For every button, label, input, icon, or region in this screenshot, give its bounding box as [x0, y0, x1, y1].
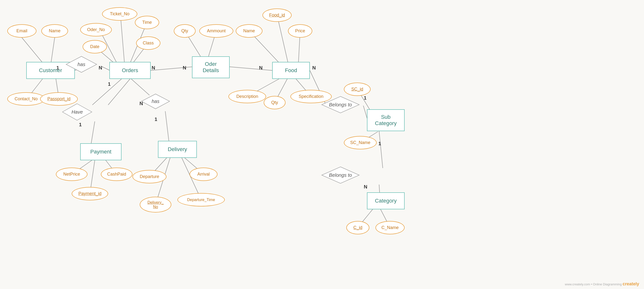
attr-payment-id: Payment_id: [72, 187, 108, 200]
card-1f: 1: [378, 141, 381, 146]
svg-line-23: [92, 79, 122, 105]
attr-time: Time: [135, 16, 159, 29]
svg-line-27: [131, 79, 150, 95]
svg-line-14: [230, 67, 272, 70]
entity-delivery: Delivery: [158, 141, 197, 158]
attr-ticket-no: Ticket_No: [102, 7, 137, 21]
attr-qty-food: Qty: [264, 96, 286, 109]
entity-sub-category: Sub Category: [367, 109, 405, 131]
entity-orders: Orders: [109, 62, 151, 79]
attr-arrival: Arrival: [190, 168, 218, 181]
attr-oder-no: Oder_No: [80, 23, 112, 36]
attr-departure: Departure: [132, 170, 166, 183]
entity-oder-details: Oder Details: [192, 56, 230, 78]
attr-delivery-no: Delivery_ No: [140, 197, 171, 213]
svg-line-28: [165, 111, 169, 141]
svg-line-1: [51, 38, 55, 63]
attr-date: Date: [83, 40, 107, 53]
svg-line-5: [101, 66, 110, 70]
attr-c-id: C_id: [346, 221, 370, 234]
relationship-belongs-to2: Belongs to: [321, 166, 360, 184]
svg-line-15: [277, 15, 288, 63]
attr-ammount: Ammount: [199, 24, 233, 38]
attr-cashpaid: CashPaid: [101, 168, 132, 181]
card-n6: N: [140, 101, 143, 106]
attr-description: Description: [228, 90, 266, 103]
card-n3: N: [183, 65, 186, 71]
card-n2: N: [152, 65, 155, 71]
attr-departure-time: Departure_Time: [178, 193, 225, 206]
attr-email: Email: [7, 24, 36, 38]
card-1d: 1: [79, 122, 82, 127]
entity-food: Food: [272, 62, 310, 79]
relationship-has1: has: [66, 56, 97, 73]
card-n4: N: [259, 65, 262, 71]
svg-line-37: [379, 131, 383, 168]
card-1: 1: [56, 65, 59, 71]
er-diagram: Customer Orders Oder Details Food Paymen…: [0, 0, 644, 289]
attr-food-id: Food_id: [262, 8, 292, 22]
relationship-have: Have: [62, 103, 92, 121]
svg-line-38: [379, 185, 380, 192]
attr-c-name: C_Name: [376, 221, 405, 234]
entity-payment: Payment: [80, 143, 122, 160]
attr-contact-no: Contact_No: [7, 92, 45, 106]
card-1c: 1: [154, 117, 157, 122]
relationship-has2: has: [141, 93, 170, 109]
card-n5: N: [312, 65, 316, 71]
attr-price: Price: [288, 24, 312, 38]
svg-line-22: [91, 121, 95, 144]
svg-line-21: [108, 79, 130, 105]
attr-qty-order: Qty: [174, 24, 196, 38]
card-1e: 1: [364, 95, 366, 101]
entity-category: Category: [367, 192, 405, 209]
attr-name-food: Name: [236, 24, 262, 38]
watermark: www.creately.com • Online Diagramming cr…: [565, 282, 639, 287]
card-n1: N: [99, 65, 102, 71]
relationship-belongs-to1: Belongs to: [321, 96, 360, 113]
card-n7: N: [364, 184, 367, 190]
attr-name-customer: Name: [41, 24, 68, 38]
attr-netprice: NetPrice: [56, 168, 88, 181]
svg-line-0: [22, 38, 42, 63]
attr-class: Class: [136, 36, 160, 50]
attr-sc-id: SC_id: [344, 83, 370, 96]
card-1b: 1: [108, 81, 110, 87]
attr-sc-name: SC_Name: [344, 136, 377, 149]
